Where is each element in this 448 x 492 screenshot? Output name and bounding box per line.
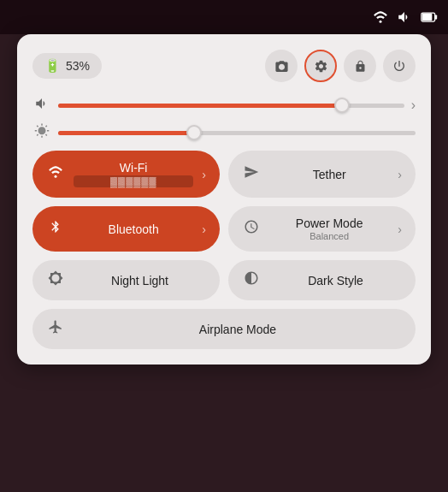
battery-icon: 🔋 — [44, 58, 61, 74]
tether-arrow: › — [398, 168, 402, 181]
airplane-mode-icon — [46, 319, 65, 339]
power-icon — [392, 59, 406, 73]
wifi-label-wrap: Wi-Fi ▓▓▓▓▓▓ — [74, 161, 193, 187]
brightness-slider-track[interactable] — [58, 131, 416, 135]
volume-slider-icon — [32, 96, 51, 115]
dark-style-label: Dark Style — [269, 274, 402, 287]
wifi-network-name: ▓▓▓▓▓▓ — [74, 175, 193, 187]
svg-rect-3 — [422, 14, 433, 21]
bluetooth-arrow: › — [202, 222, 206, 236]
tether-toggle[interactable]: Tether › — [228, 151, 416, 198]
battery-indicator: 🔋 53% — [32, 53, 102, 79]
wifi-status-icon — [373, 9, 388, 25]
svg-point-0 — [380, 21, 382, 23]
night-light-label: Night Light — [74, 274, 206, 287]
tether-label: Tether — [269, 168, 389, 181]
power-mode-icon — [242, 219, 261, 239]
svg-point-4 — [55, 175, 57, 178]
power-mode-sub: Balanced — [269, 231, 389, 241]
battery-status-icon — [421, 11, 438, 23]
airplane-mode-label: Airplane Mode — [74, 323, 402, 336]
battery-percent-label: 53% — [66, 59, 90, 73]
dark-style-icon — [242, 270, 261, 290]
settings-button[interactable] — [304, 50, 337, 82]
gear-icon — [314, 59, 328, 74]
power-button[interactable] — [383, 50, 416, 82]
lock-button[interactable] — [344, 50, 376, 82]
volume-slider-fill — [58, 104, 342, 108]
wifi-arrow: › — [202, 168, 206, 181]
brightness-slider-row — [32, 123, 416, 142]
brightness-slider-thumb[interactable] — [186, 125, 202, 140]
brightness-slider-fill — [58, 131, 194, 135]
screenshot-icon — [274, 59, 289, 74]
top-icon-row — [265, 50, 416, 82]
volume-status-icon — [397, 9, 412, 25]
svg-rect-2 — [435, 15, 438, 20]
power-mode-arrow: › — [398, 222, 402, 236]
volume-expand-arrow[interactable]: › — [411, 98, 416, 113]
wifi-label: Wi-Fi — [74, 161, 193, 175]
volume-slider-thumb[interactable] — [334, 98, 350, 113]
bluetooth-label: Bluetooth — [74, 222, 193, 236]
power-mode-label-wrap: Power Mode Balanced — [269, 216, 389, 241]
screenshot-button[interactable] — [265, 50, 298, 82]
power-mode-label: Power Mode — [269, 216, 389, 230]
brightness-slider-icon — [32, 123, 51, 142]
quick-settings-panel: 🔋 53% — [17, 34, 431, 365]
bluetooth-toggle[interactable]: Bluetooth › — [32, 206, 220, 252]
tether-icon — [242, 164, 261, 184]
bluetooth-icon — [46, 219, 65, 239]
wifi-toggle[interactable]: Wi-Fi ▓▓▓▓▓▓ › — [32, 151, 220, 198]
lock-icon — [354, 59, 367, 74]
power-mode-toggle[interactable]: Power Mode Balanced › — [228, 206, 416, 252]
airplane-mode-toggle[interactable]: Airplane Mode — [32, 309, 416, 349]
toggles-grid: Wi-Fi ▓▓▓▓▓▓ › Tether › Bluetooth › — [32, 151, 416, 349]
night-light-toggle[interactable]: Night Light — [32, 260, 220, 300]
dark-style-toggle[interactable]: Dark Style — [228, 260, 416, 300]
wifi-icon — [46, 164, 65, 184]
volume-slider-row: › — [32, 96, 416, 115]
taskbar — [0, 0, 448, 34]
night-light-icon — [46, 270, 65, 290]
panel-top-row: 🔋 53% — [32, 50, 416, 82]
volume-slider-track[interactable] — [58, 104, 404, 108]
